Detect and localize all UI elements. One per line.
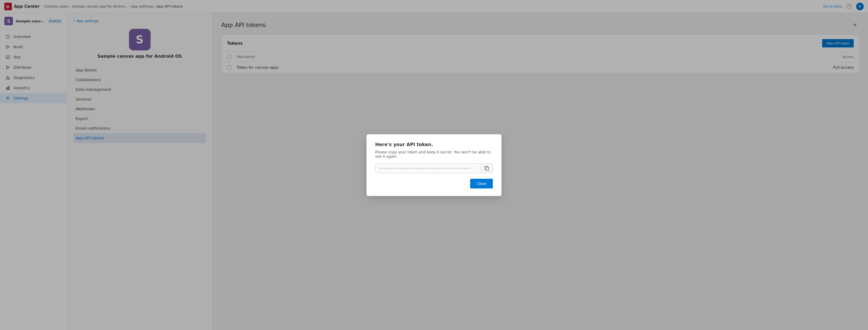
- modal-overlay: Here's your API token. Please copy your …: [0, 0, 868, 330]
- modal-description: Please copy your token and keep it secre…: [375, 150, 493, 159]
- copy-token-button[interactable]: [481, 163, 493, 173]
- api-token-modal: Here's your API token. Please copy your …: [367, 134, 501, 196]
- modal-title: Here's your API token.: [375, 142, 493, 147]
- token-input[interactable]: [375, 163, 481, 173]
- close-modal-button[interactable]: Close: [470, 179, 493, 189]
- token-input-row: [375, 163, 493, 173]
- svg-rect-13: [486, 167, 489, 170]
- modal-footer: Close: [375, 179, 493, 189]
- copy-icon: [485, 166, 489, 171]
